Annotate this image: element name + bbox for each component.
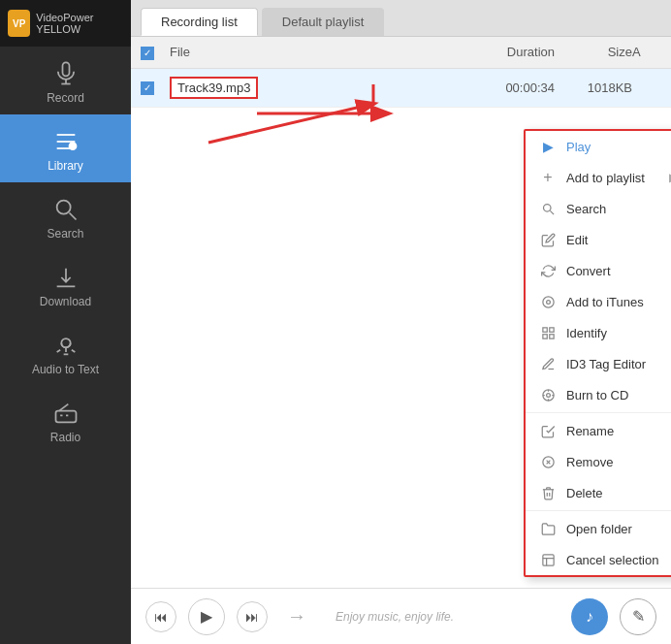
burn-cd-icon — [539, 386, 557, 403]
next-button[interactable]: ⏭ — [237, 601, 268, 632]
search-icon — [52, 196, 80, 223]
header-checkbox-col — [141, 45, 170, 60]
menu-label-cancel-selection: Cancel selection — [566, 553, 658, 567]
row-checkbox-col — [141, 80, 170, 95]
identify-icon — [539, 324, 557, 341]
menu-label-delete: Delete — [566, 486, 603, 500]
menu-label-play: Play — [566, 140, 591, 154]
sidebar-label-download: Download — [40, 295, 91, 308]
table-header: File Duration Size A — [131, 37, 671, 69]
menu-item-search[interactable]: Search — [526, 193, 671, 224]
menu-item-add-to-playlist[interactable]: + Add to playlist ▶ — [526, 162, 671, 193]
delete-icon — [539, 484, 557, 501]
menu-item-id3-tag-editor[interactable]: ID3 Tag Editor — [526, 348, 671, 379]
sidebar-item-record[interactable]: Record — [0, 47, 131, 114]
svg-point-14 — [543, 204, 551, 211]
svg-line-15 — [550, 210, 554, 214]
edit-icon — [539, 231, 557, 248]
prev-button[interactable]: ⏮ — [145, 601, 176, 632]
add-icon: + — [539, 169, 557, 186]
header-checkbox[interactable] — [141, 47, 154, 60]
svg-point-23 — [546, 393, 550, 397]
sidebar-item-search[interactable]: Search — [0, 182, 131, 250]
music-note-button[interactable]: ♪ — [571, 598, 608, 635]
row-duration: 00:00:34 — [458, 80, 555, 95]
table-area: File Duration Size A Track39.mp3 00:00:3… — [131, 37, 671, 588]
app-name: VideoPower YELLOW — [36, 12, 123, 35]
svg-rect-21 — [549, 334, 553, 338]
library-icon — [52, 128, 80, 155]
main-content: Recording list Default playlist File Dur… — [131, 0, 671, 644]
header-duration: Duration — [458, 45, 555, 59]
row-size: 1018KB — [555, 80, 632, 95]
open-folder-icon — [539, 520, 557, 537]
tab-bar: Recording list Default playlist — [131, 0, 671, 37]
svg-point-8 — [56, 201, 70, 214]
sidebar-label-search: Search — [47, 227, 83, 241]
sidebar-label-record: Record — [47, 91, 84, 105]
menu-label-open-folder: Open folder — [566, 522, 632, 536]
menu-divider-1 — [526, 412, 671, 413]
svg-rect-19 — [549, 327, 553, 331]
logo-icon: VP — [13, 18, 25, 29]
svg-rect-20 — [542, 334, 546, 338]
tab-default-playlist[interactable]: Default playlist — [262, 8, 385, 36]
cancel-selection-icon — [539, 551, 557, 568]
menu-item-remove[interactable]: Remove — [526, 446, 671, 477]
menu-item-delete[interactable]: Delete — [526, 477, 671, 508]
row-checkbox[interactable] — [141, 81, 154, 95]
svg-point-16 — [542, 296, 553, 306]
svg-point-17 — [546, 300, 550, 304]
menu-item-cancel-selection[interactable]: Cancel selection — [526, 544, 671, 575]
radio-icon — [52, 400, 80, 427]
menu-label-rename: Rename — [566, 424, 614, 438]
svg-rect-18 — [542, 327, 546, 331]
microphone-icon — [52, 60, 80, 87]
search-context-icon — [539, 200, 557, 217]
menu-label-burn-to-cd: Burn to CD — [566, 388, 628, 402]
svg-rect-13 — [55, 411, 76, 423]
download-icon — [52, 264, 80, 291]
menu-label-search: Search — [566, 202, 606, 216]
app-logo: VP — [8, 10, 30, 37]
menu-label-convert: Convert — [566, 264, 611, 278]
app-header: VP VideoPower YELLOW — [0, 0, 131, 47]
enjoy-text: Enjoy music, enjoy life. — [336, 610, 454, 624]
sidebar: VP VideoPower YELLOW Record Library Sear… — [0, 0, 131, 644]
menu-item-rename[interactable]: Rename — [526, 415, 671, 446]
menu-item-open-folder[interactable]: Open folder — [526, 513, 671, 544]
convert-icon — [539, 262, 557, 279]
play-icon: ▶ — [539, 138, 557, 155]
sidebar-label-audio-to-text: Audio to Text — [32, 363, 99, 376]
svg-line-9 — [69, 213, 76, 220]
svg-rect-27 — [542, 554, 553, 564]
play-pause-button[interactable]: ▶ — [188, 598, 225, 635]
menu-item-burn-to-cd[interactable]: Burn to CD — [526, 379, 671, 410]
menu-item-add-to-itunes[interactable]: Add to iTunes — [526, 286, 671, 317]
id3-tag-icon — [539, 355, 557, 372]
sidebar-item-library[interactable]: Library — [0, 114, 131, 182]
remove-icon — [539, 453, 557, 470]
sidebar-item-download[interactable]: Download — [0, 250, 131, 318]
audio-to-text-icon — [52, 332, 80, 359]
player-arrow-icon: → — [287, 605, 306, 628]
menu-label-add-to-itunes: Add to iTunes — [566, 295, 644, 309]
menu-label-id3-tag-editor: ID3 Tag Editor — [566, 357, 646, 371]
edit-player-button[interactable]: ✎ — [620, 598, 656, 635]
menu-item-convert[interactable]: Convert — [526, 255, 671, 286]
menu-item-edit[interactable]: Edit — [526, 224, 671, 255]
svg-rect-0 — [62, 62, 69, 76]
sidebar-item-audio-to-text[interactable]: Audio to Text — [0, 318, 131, 386]
file-name: Track39.mp3 — [170, 77, 258, 99]
header-extra: A — [632, 45, 661, 59]
tab-recording-list[interactable]: Recording list — [141, 8, 258, 36]
menu-item-play[interactable]: ▶ Play — [526, 131, 671, 162]
table-row[interactable]: Track39.mp3 00:00:34 1018KB — [131, 69, 671, 108]
row-file: Track39.mp3 — [170, 77, 458, 99]
sidebar-label-radio: Radio — [50, 431, 80, 444]
menu-divider-2 — [526, 510, 671, 511]
menu-item-identify[interactable]: Identify — [526, 317, 671, 348]
sidebar-item-radio[interactable]: Radio — [0, 386, 131, 454]
menu-label-edit: Edit — [566, 233, 588, 247]
menu-label-identify: Identify — [566, 326, 607, 340]
